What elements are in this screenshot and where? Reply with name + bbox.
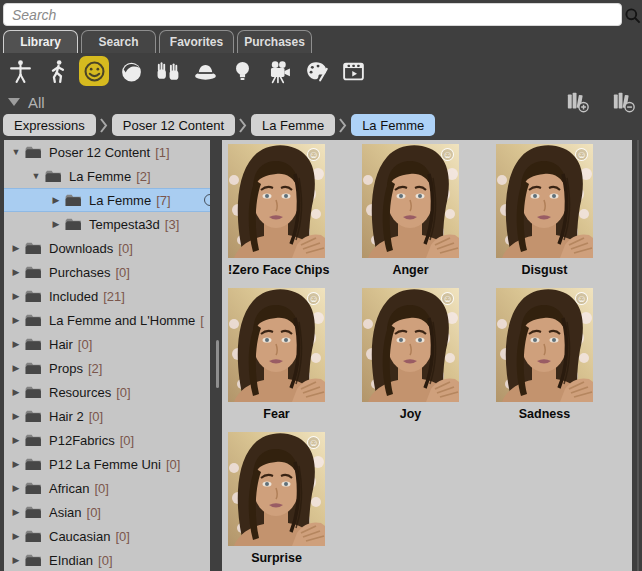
- expander-right-icon[interactable]: ▶: [10, 531, 22, 541]
- expander-right-icon[interactable]: ▶: [10, 411, 22, 421]
- expression-card[interactable]: ☺Disgust: [496, 144, 593, 277]
- smiley-badge-icon: ☺: [575, 148, 588, 161]
- expression-card[interactable]: ☺Fear: [228, 288, 325, 421]
- hat-icon[interactable]: [190, 56, 220, 86]
- expression-card[interactable]: ☺Surprise: [228, 432, 325, 565]
- library-window: LibrarySearchFavoritesPurchases All Expr…: [0, 0, 642, 571]
- expression-thumbnail-image: [362, 144, 459, 258]
- tree-item[interactable]: ▶Resources[0]: [4, 380, 210, 404]
- folder-icon: [25, 290, 42, 303]
- tree-item-count: [2]: [88, 361, 102, 376]
- tree-item[interactable]: ▶Tempesta3d[3]: [4, 212, 210, 236]
- breadcrumb-item[interactable]: La Femme: [351, 114, 435, 136]
- tree-item-label: La Femme and L'Homme: [49, 313, 195, 328]
- tree-item[interactable]: ▶Included[21]: [4, 284, 210, 308]
- tree-item-label: La Femme: [89, 193, 151, 208]
- tree-item[interactable]: ▶P12Fabrics[0]: [4, 428, 210, 452]
- expander-right-icon[interactable]: ▶: [10, 555, 22, 565]
- expander-right-icon[interactable]: ▶: [10, 291, 22, 301]
- breadcrumb-item[interactable]: Poser 12 Content: [112, 114, 235, 136]
- expression-thumbnail[interactable]: ☺: [228, 144, 325, 258]
- expression-card[interactable]: ☺Sadness: [496, 288, 593, 421]
- expander-right-icon[interactable]: ▶: [10, 507, 22, 517]
- tree-item[interactable]: ▼Poser 12 Content[1]: [4, 140, 210, 164]
- tab-favorites[interactable]: Favorites: [159, 30, 234, 53]
- figure-tpose-icon[interactable]: [5, 56, 35, 86]
- smiley-badge-icon: ☺: [441, 292, 454, 305]
- thumbnail-grid: ☺!Zero Face Chips☺Anger☺Disgust☺Fear☺Joy…: [228, 144, 593, 565]
- expander-right-icon[interactable]: ▶: [10, 315, 22, 325]
- tree-item-count: [: [200, 313, 204, 328]
- expander-right-icon[interactable]: ▶: [10, 387, 22, 397]
- tree-item[interactable]: ▶EIndian[0]: [4, 548, 210, 571]
- tree-item[interactable]: ▶Props[2]: [4, 356, 210, 380]
- expander-right-icon[interactable]: ▶: [10, 339, 22, 349]
- hands-icon[interactable]: [153, 56, 183, 86]
- expression-label: Joy: [362, 407, 459, 421]
- expander-right-icon[interactable]: ▶: [10, 243, 22, 253]
- expression-smiley-icon[interactable]: [79, 56, 109, 86]
- tree-item-count: [0]: [166, 457, 180, 472]
- tree-item-count: [3]: [165, 217, 179, 232]
- light-icon[interactable]: [227, 56, 257, 86]
- smiley-badge-icon: ☺: [441, 148, 454, 161]
- face-icon[interactable]: [116, 56, 146, 86]
- breadcrumb-item[interactable]: La Femme: [251, 114, 335, 136]
- tree-item[interactable]: ▶La Femme and L'Homme[: [4, 308, 210, 332]
- materials-palette-icon[interactable]: [301, 56, 331, 86]
- tree-item[interactable]: ▶Caucasian[0]: [4, 524, 210, 548]
- expression-thumbnail[interactable]: ☺: [362, 288, 459, 402]
- expander-right-icon[interactable]: ▶: [50, 219, 62, 229]
- tree-item-count: [0]: [89, 409, 103, 424]
- expander-down-icon[interactable]: ▼: [10, 147, 22, 157]
- expression-card[interactable]: ☺Joy: [362, 288, 459, 421]
- tree-item[interactable]: ▶La Femme[7]: [4, 188, 210, 212]
- expression-thumbnail[interactable]: ☺: [496, 288, 593, 402]
- tab-search[interactable]: Search: [81, 30, 156, 53]
- tree-item[interactable]: ▶Asian[0]: [4, 500, 210, 524]
- folder-icon: [25, 386, 42, 399]
- breadcrumb-chevron-icon: [239, 118, 247, 133]
- expression-card[interactable]: ☺Anger: [362, 144, 459, 277]
- expression-thumbnail[interactable]: ☺: [362, 144, 459, 258]
- tree-item[interactable]: ▶African[0]: [4, 476, 210, 500]
- collection-collapse-toggle[interactable]: [8, 98, 20, 106]
- expander-down-icon[interactable]: ▼: [30, 171, 42, 181]
- tree-item[interactable]: ▶Hair[0]: [4, 332, 210, 356]
- expander-right-icon[interactable]: ▶: [10, 459, 22, 469]
- tree-item-count: [0]: [115, 265, 129, 280]
- expander-right-icon[interactable]: ▶: [10, 435, 22, 445]
- expander-right-icon[interactable]: ▶: [10, 483, 22, 493]
- expression-thumbnail[interactable]: ☺: [228, 432, 325, 546]
- remove-library-icon[interactable]: [612, 90, 636, 114]
- tab-purchases[interactable]: Purchases: [237, 30, 312, 53]
- tab-library[interactable]: Library: [3, 30, 78, 53]
- folder-icon: [25, 266, 42, 279]
- tree-item[interactable]: ▶P12 La Femme Uni[0]: [4, 452, 210, 476]
- library-actions: [566, 90, 636, 114]
- tree-item[interactable]: ▶Purchases[0]: [4, 260, 210, 284]
- expander-right-icon[interactable]: ▶: [50, 195, 62, 205]
- search-input[interactable]: [3, 3, 622, 26]
- expander-right-icon[interactable]: ▶: [10, 267, 22, 277]
- panel-scrollbar[interactable]: [637, 140, 639, 571]
- expression-card[interactable]: ☺!Zero Face Chips: [228, 144, 325, 277]
- expression-thumbnail[interactable]: ☺: [228, 288, 325, 402]
- tree-item-label: Included: [49, 289, 98, 304]
- tree-item[interactable]: ▶Hair 2[0]: [4, 404, 210, 428]
- breadcrumb-item[interactable]: Expressions: [3, 114, 96, 136]
- folder-icon: [65, 194, 82, 207]
- tree-item[interactable]: ▶Downloads[0]: [4, 236, 210, 260]
- camera-icon[interactable]: [264, 56, 294, 86]
- add-library-icon[interactable]: [566, 90, 590, 114]
- collection-row: All: [0, 91, 642, 113]
- folder-icon: [25, 434, 42, 447]
- scene-clapper-icon[interactable]: [338, 56, 368, 86]
- expander-right-icon[interactable]: ▶: [10, 363, 22, 373]
- magnifier-icon[interactable]: [623, 6, 642, 25]
- expression-label: Fear: [228, 407, 325, 421]
- figure-walking-icon[interactable]: [42, 56, 72, 86]
- tree-item[interactable]: ▼La Femme[2]: [4, 164, 210, 188]
- expression-thumbnail[interactable]: ☺: [496, 144, 593, 258]
- tree-scrollbar[interactable]: [216, 340, 219, 388]
